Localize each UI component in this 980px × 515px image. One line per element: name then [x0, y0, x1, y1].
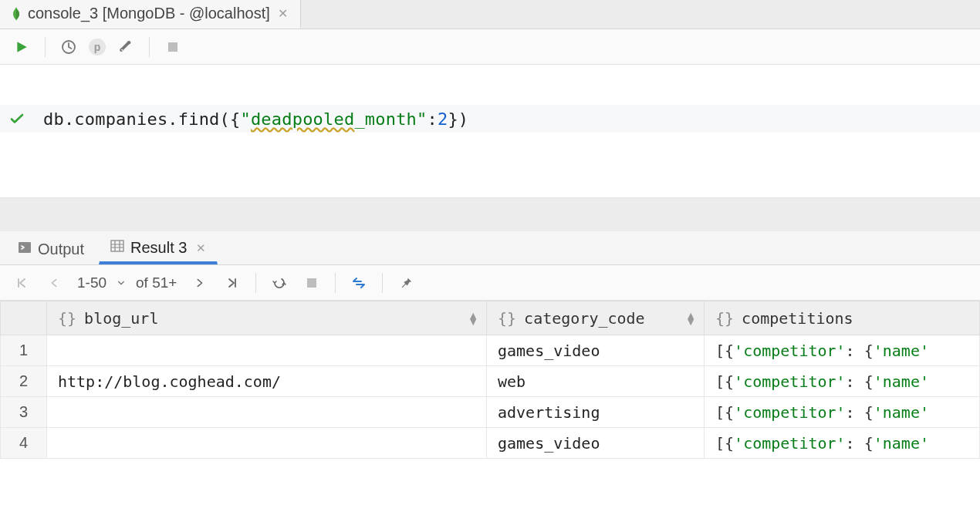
next-page-button[interactable] [188, 271, 212, 295]
page-total: of 51+ [136, 274, 177, 291]
cell-competitions[interactable]: [{'competitor': {'name' [705, 397, 980, 428]
p-badge[interactable]: p [89, 39, 106, 56]
separator [45, 37, 46, 57]
editor-tabbar: console_3 [MongoDB - @localhost] ✕ [0, 0, 980, 29]
table-row[interactable]: 2http://blog.coghead.com/web[{'competito… [1, 366, 980, 397]
stop-results-button [299, 271, 324, 295]
tab-result-label: Result 3 [130, 239, 187, 257]
code-editor[interactable]: db.companies.find({"deadpooled_month":2}… [0, 65, 980, 231]
close-icon[interactable]: ✕ [276, 6, 289, 21]
stop-button [161, 35, 185, 59]
cell-blog-url[interactable] [47, 428, 487, 459]
reload-button[interactable] [267, 271, 292, 295]
cell-category-code[interactable]: games_video [487, 335, 705, 366]
history-button[interactable] [56, 35, 81, 59]
table-row[interactable]: 3advertising[{'competitor': {'name' [1, 397, 980, 428]
sort-icon[interactable]: ▲▼ [468, 312, 478, 325]
editor-tab-console3[interactable]: console_3 [MongoDB - @localhost] ✕ [0, 0, 301, 29]
cell-category-code[interactable]: games_video [487, 428, 705, 459]
svg-rect-1 [168, 42, 177, 52]
cell-blog-url[interactable]: http://blog.coghead.com/ [47, 366, 487, 397]
sort-icon[interactable]: ▲▼ [685, 312, 696, 325]
col-header-competitions[interactable]: {} competitions [705, 301, 980, 335]
cell-competitions[interactable]: [{'competitor': {'name' [705, 428, 980, 459]
separator [149, 37, 150, 57]
check-icon [6, 111, 28, 126]
editor-tab-title: console_3 [MongoDB - @localhost] [28, 5, 270, 22]
prev-page-button[interactable] [42, 271, 66, 295]
svg-rect-4 [307, 278, 316, 288]
cell-blog-url[interactable] [47, 335, 487, 366]
col-header-label: competitions [742, 309, 853, 328]
tab-output-label: Output [38, 241, 84, 258]
cell-blog-url[interactable] [47, 397, 487, 428]
code-line-1[interactable]: db.companies.find({"deadpooled_month":2}… [0, 105, 980, 133]
run-button[interactable] [9, 35, 34, 59]
tab-result[interactable]: Result 3 ✕ [99, 234, 218, 264]
mongodb-leaf-icon [11, 7, 22, 21]
results-table: {} blog_url ▲▼ {} category_code ▲▼ {} co [0, 301, 980, 459]
braces-icon: {} [715, 309, 734, 328]
results-table-wrap: {} blog_url ▲▼ {} category_code ▲▼ {} co [0, 301, 980, 459]
first-page-button[interactable] [9, 271, 34, 295]
editor-toolbar: p [0, 29, 980, 65]
page-range-dropdown-icon[interactable] [117, 277, 125, 289]
cell-category-code[interactable]: advertising [487, 397, 705, 428]
col-header-label: blog_url [84, 309, 158, 328]
last-page-button[interactable] [220, 271, 245, 295]
cell-category-code[interactable]: web [487, 366, 705, 397]
pin-button[interactable] [394, 271, 418, 295]
tab-output[interactable]: Output [6, 234, 96, 264]
svg-rect-2 [19, 242, 31, 253]
results-toolbar: 1-50 of 51+ [0, 265, 980, 301]
col-header-blog-url[interactable]: {} blog_url ▲▼ [47, 301, 487, 335]
rownum-cell: 3 [1, 397, 47, 428]
cell-competitions[interactable]: [{'competitor': {'name' [705, 366, 980, 397]
output-tabbar: Output Result 3 ✕ [0, 231, 980, 265]
cell-competitions[interactable]: [{'competitor': {'name' [705, 335, 980, 366]
col-header-rownum[interactable] [1, 301, 47, 335]
code-text: db.companies.find({"deadpooled_month":2}… [28, 109, 468, 129]
table-row[interactable]: 1games_video[{'competitor': {'name' [1, 335, 980, 366]
rownum-cell: 2 [1, 366, 47, 397]
table-row[interactable]: 4games_video[{'competitor': {'name' [1, 428, 980, 459]
rownum-cell: 4 [1, 428, 47, 459]
output-icon [18, 241, 32, 258]
separator [335, 273, 336, 293]
separator [382, 273, 383, 293]
col-header-label: category_code [524, 309, 645, 328]
close-icon[interactable]: ✕ [193, 241, 206, 255]
col-header-category-code[interactable]: {} category_code ▲▼ [487, 301, 705, 335]
compare-button[interactable] [346, 271, 371, 295]
svg-rect-3 [111, 241, 123, 251]
page-range[interactable]: 1-50 [77, 274, 106, 291]
braces-icon: {} [498, 309, 516, 328]
separator [255, 273, 256, 293]
settings-button[interactable] [113, 35, 138, 59]
braces-icon: {} [58, 309, 76, 328]
table-icon [110, 239, 124, 257]
rownum-cell: 1 [1, 335, 47, 366]
